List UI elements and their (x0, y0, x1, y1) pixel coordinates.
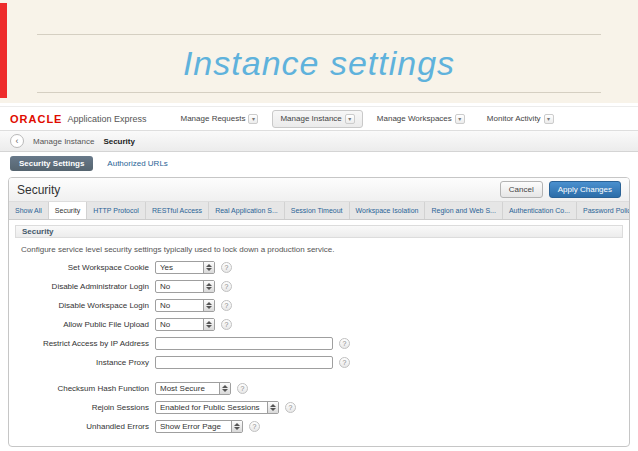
form-row: Set Workspace Cookie Yes ? (9, 261, 629, 274)
chevron-down-icon: ▾ (248, 114, 258, 124)
form-row: Disable Administrator Login No ? (9, 280, 629, 293)
tab-security-settings[interactable]: Security Settings (10, 156, 93, 171)
checksum-hash-function-select[interactable]: Most Secure (155, 382, 231, 395)
instance-proxy-input[interactable] (155, 356, 333, 369)
field-label: Rejoin Sessions (9, 403, 149, 412)
security-form: Set Workspace Cookie Yes ? Disable Admin… (9, 261, 629, 433)
select-value: No (156, 300, 203, 311)
select-spinner-icon (203, 281, 214, 292)
chevron-down-icon: ▾ (345, 114, 355, 124)
help-icon[interactable]: ? (249, 421, 260, 432)
apply-changes-button[interactable]: Apply Changes (549, 181, 621, 198)
disable-workspace-login-select[interactable]: No (155, 299, 215, 312)
subtab-authentication[interactable]: Authentication Co... (503, 202, 577, 219)
subtab-workspace-isolation[interactable]: Workspace Isolation (350, 202, 426, 219)
oracle-logo: ORACLE (10, 113, 62, 125)
back-icon: ‹ (16, 136, 19, 146)
subtab-real-application[interactable]: Real Application S... (209, 202, 285, 219)
subtab-region-web[interactable]: Region and Web S... (425, 202, 502, 219)
select-value: Yes (156, 262, 203, 273)
section-description: Configure service level security setting… (21, 245, 619, 254)
section-title: Security (22, 227, 54, 236)
nav-label: Manage Instance (280, 114, 341, 123)
disable-administrator-login-select[interactable]: No (155, 280, 215, 293)
select-value: Show Error Page (156, 421, 231, 432)
main-nav: Manage Requests ▾ Manage Instance ▾ Mana… (173, 110, 562, 128)
nav-manage-instance[interactable]: Manage Instance ▾ (272, 110, 362, 128)
restrict-access-by-ip-input[interactable] (155, 337, 333, 350)
help-icon[interactable]: ? (221, 281, 232, 292)
help-icon[interactable]: ? (237, 383, 248, 394)
chevron-down-icon: ▾ (544, 114, 554, 124)
select-value: Enabled for Public Sessions (156, 402, 267, 413)
divider (37, 34, 601, 35)
security-region: Security Cancel Apply Changes Show All S… (8, 177, 630, 447)
field-label: Disable Workspace Login (9, 301, 149, 310)
subtab-session-timeout[interactable]: Session Timeout (285, 202, 350, 219)
select-spinner-icon (203, 319, 214, 330)
field-label: Disable Administrator Login (9, 282, 149, 291)
field-label: Restrict Access by IP Address (9, 339, 149, 348)
product-name: Application Express (67, 114, 146, 124)
help-icon[interactable]: ? (285, 402, 296, 413)
select-value: No (156, 281, 203, 292)
nav-label: Monitor Activity (487, 114, 541, 123)
form-row: Rejoin Sessions Enabled for Public Sessi… (9, 401, 629, 414)
tab-authorized-urls[interactable]: Authorized URLs (107, 159, 167, 168)
subtab-bar: Show All Security HTTP Protocol RESTful … (9, 202, 629, 220)
form-row: Unhandled Errors Show Error Page ? (9, 420, 629, 433)
divider (37, 92, 601, 93)
nav-manage-requests[interactable]: Manage Requests ▾ (173, 110, 267, 128)
subtab-password-policy[interactable]: Password Policy (577, 202, 630, 219)
subtab-security[interactable]: Security (49, 202, 87, 219)
select-spinner-icon (231, 421, 242, 432)
form-row: Instance Proxy ? (9, 356, 629, 369)
slide-header: Instance settings (0, 0, 638, 103)
form-row: Checksum Hash Function Most Secure ? (9, 382, 629, 395)
allow-public-file-upload-select[interactable]: No (155, 318, 215, 331)
help-icon[interactable]: ? (339, 357, 350, 368)
select-spinner-icon (219, 383, 230, 394)
page-title: Security (17, 183, 60, 197)
rejoin-sessions-select[interactable]: Enabled for Public Sessions (155, 401, 279, 414)
select-spinner-icon (267, 402, 278, 413)
breadcrumb-security: Security (103, 137, 135, 146)
select-value: Most Secure (156, 383, 219, 394)
nav-monitor-activity[interactable]: Monitor Activity ▾ (479, 110, 562, 128)
breadcrumb-manage-instance[interactable]: Manage Instance (33, 137, 94, 146)
select-spinner-icon (203, 262, 214, 273)
app-header: ORACLE Application Express Manage Reques… (0, 107, 638, 131)
field-label: Instance Proxy (9, 358, 149, 367)
nav-manage-workspaces[interactable]: Manage Workspaces ▾ (369, 110, 473, 128)
tab-bar: Security Settings Authorized URLs (0, 152, 638, 174)
help-icon[interactable]: ? (339, 338, 350, 349)
form-row: Restrict Access by IP Address ? (9, 337, 629, 350)
form-row: Allow Public File Upload No ? (9, 318, 629, 331)
breadcrumb: ‹ Manage Instance Security (0, 131, 638, 152)
subtab-show-all[interactable]: Show All (9, 202, 49, 219)
field-label: Set Workspace Cookie (9, 263, 149, 272)
select-value: No (156, 319, 203, 330)
nav-label: Manage Workspaces (377, 114, 452, 123)
nav-label: Manage Requests (181, 114, 246, 123)
region-buttons: Cancel Apply Changes (500, 181, 621, 198)
field-label: Checksum Hash Function (9, 384, 149, 393)
unhandled-errors-select[interactable]: Show Error Page (155, 420, 243, 433)
help-icon[interactable]: ? (221, 262, 232, 273)
select-spinner-icon (203, 300, 214, 311)
set-workspace-cookie-select[interactable]: Yes (155, 261, 215, 274)
chevron-down-icon: ▾ (455, 114, 465, 124)
section-header: Security (15, 225, 623, 238)
cancel-button[interactable]: Cancel (500, 181, 543, 198)
region-header: Security Cancel Apply Changes (9, 178, 629, 202)
accent-bar (0, 3, 7, 98)
field-label: Allow Public File Upload (9, 320, 149, 329)
help-icon[interactable]: ? (221, 319, 232, 330)
subtab-restful-access[interactable]: RESTful Access (146, 202, 209, 219)
field-label: Unhandled Errors (9, 422, 149, 431)
help-icon[interactable]: ? (221, 300, 232, 311)
slide-title: Instance settings (0, 36, 638, 90)
subtab-http-protocol[interactable]: HTTP Protocol (87, 202, 146, 219)
form-row: Disable Workspace Login No ? (9, 299, 629, 312)
back-button[interactable]: ‹ (10, 134, 24, 148)
